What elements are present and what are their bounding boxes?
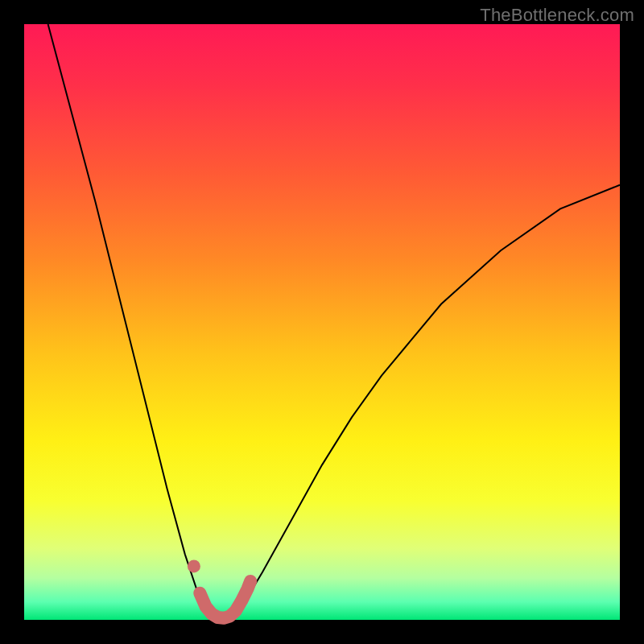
bottleneck-curve [48, 24, 620, 620]
highlighted-range-segment [200, 581, 250, 618]
highlighted-range-dot [188, 559, 200, 572]
chart-frame: TheBottleneck.com [0, 0, 644, 644]
curve-layer [24, 24, 620, 620]
watermark-text: TheBottleneck.com [480, 5, 634, 26]
plot-area [24, 24, 620, 620]
